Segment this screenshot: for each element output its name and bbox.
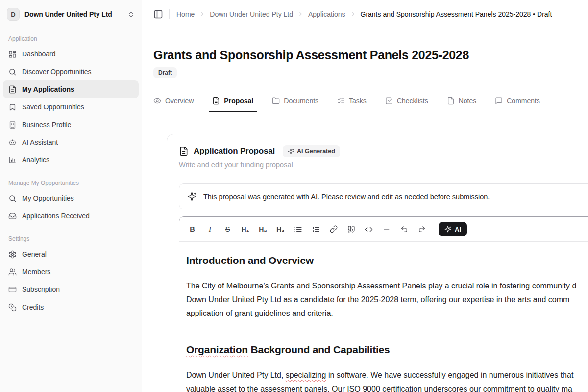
sidebar-item-label: Discover Opportunities	[22, 68, 92, 76]
sidebar-item-general[interactable]: General	[3, 245, 139, 263]
sidebar-item-label: General	[22, 250, 47, 258]
coins-icon	[8, 303, 17, 312]
doc-text-line: valuable asset to the assessment panels.…	[186, 382, 588, 392]
sidebar-item-my-opportunities[interactable]: My Opportunities	[3, 189, 139, 207]
sparkles-icon	[288, 148, 294, 155]
tab-notes[interactable]: Notes	[447, 97, 477, 112]
card-subtitle: Write and edit your funding proposal	[179, 161, 588, 169]
tab-comments[interactable]: Comments	[495, 97, 540, 112]
ordered-list-button[interactable]	[309, 222, 323, 236]
sidebar: D Down Under United Pty Ltd Application …	[0, 0, 142, 392]
tab-label: Checklists	[397, 97, 428, 105]
doc-heading-introduction: Introduction and Overview	[186, 255, 588, 266]
editor-content[interactable]: Introduction and Overview The City of Me…	[179, 242, 588, 392]
sidebar-toggle-icon[interactable]	[153, 9, 163, 19]
doc-heading-organization: Organization Background and Capabilities	[186, 344, 588, 356]
bullet-list-button[interactable]	[291, 222, 305, 236]
page-content: Grants and Sponsorship Assessment Panels…	[142, 48, 588, 392]
sidebar-item-my-applications[interactable]: My Applications	[3, 80, 139, 98]
doc-text-line: Down Under United Pty Ltd as a candidate…	[186, 293, 588, 307]
users-icon	[8, 268, 17, 276]
sidebar-section-application: Application	[0, 35, 142, 42]
file-icon	[447, 97, 455, 105]
link-button[interactable]	[326, 222, 341, 236]
sidebar-item-label: Applications Received	[22, 212, 90, 220]
doc-text-line: The City of Melbourne's Grants and Spons…	[186, 279, 588, 293]
tab-label: Overview	[165, 97, 194, 105]
heading2-button[interactable]: H₂	[256, 222, 270, 236]
page-title: Grants and Sponsorship Assessment Panels…	[153, 48, 588, 62]
tab-label: Comments	[507, 97, 540, 105]
workspace-switcher[interactable]: D Down Under United Pty Ltd	[0, 0, 142, 25]
sidebar-item-label: Subscription	[22, 286, 60, 293]
sidebar-item-label: AI Assistant	[22, 138, 58, 146]
workspace-avatar: D	[7, 8, 20, 21]
bold-button[interactable]: B	[185, 222, 199, 236]
sidebar-item-subscription[interactable]: Subscription	[3, 281, 139, 298]
chevrons-up-down-icon	[127, 11, 135, 18]
sidebar-section-settings: Settings	[0, 235, 142, 242]
bookmark-icon	[8, 103, 17, 111]
redo-button[interactable]	[415, 222, 429, 236]
tab-proposal[interactable]: Proposal	[212, 97, 253, 112]
code-button[interactable]	[362, 222, 376, 236]
message-square-icon	[495, 97, 503, 105]
doc-text-segment: Down Under United Pty Ltd,	[186, 371, 286, 379]
sidebar-item-credits[interactable]: Credits	[3, 298, 139, 316]
horizontal-rule-button[interactable]	[379, 222, 393, 236]
tab-bar: Overview Proposal Documents Tasks Checkl…	[153, 85, 588, 112]
file-text-icon	[8, 85, 17, 94]
sidebar-item-dashboard[interactable]: Dashboard	[3, 45, 139, 63]
sparkles-icon	[187, 192, 196, 201]
sidebar-item-analytics[interactable]: Analytics	[3, 151, 139, 169]
tab-label: Proposal	[224, 97, 253, 105]
sidebar-item-label: My Applications	[22, 85, 74, 93]
breadcrumb-applications[interactable]: Applications	[308, 10, 345, 18]
strikethrough-button[interactable]: S	[220, 222, 235, 236]
tab-overview[interactable]: Overview	[153, 97, 194, 112]
breadcrumb: Home Down Under United Pty Ltd Applicati…	[176, 10, 552, 18]
breadcrumb-home[interactable]: Home	[176, 10, 195, 18]
doc-paragraph: Down Under United Pty Ltd, specializing …	[186, 368, 588, 392]
credit-card-icon	[8, 286, 17, 294]
sidebar-item-label: Business Profile	[22, 121, 71, 129]
inbox-icon	[8, 212, 17, 220]
sidebar-item-members[interactable]: Members	[3, 263, 139, 281]
sidebar-item-saved-opportunities[interactable]: Saved Opportunities	[3, 98, 139, 116]
tab-checklists[interactable]: Checklists	[385, 97, 428, 112]
tab-documents[interactable]: Documents	[272, 97, 318, 112]
ai-badge-label: AI Generated	[297, 148, 335, 155]
gear-icon	[8, 250, 17, 259]
sidebar-item-label: My Opportunities	[22, 194, 74, 202]
sidebar-item-ai-assistant[interactable]: AI Assistant	[3, 133, 139, 151]
ai-assistant-button[interactable]: AI	[439, 222, 467, 236]
card-title: Application Proposal	[194, 146, 275, 156]
blockquote-button[interactable]	[344, 222, 358, 236]
chevron-right-icon	[350, 11, 356, 17]
heading3-button[interactable]: H₃	[273, 222, 288, 236]
tab-tasks[interactable]: Tasks	[337, 97, 367, 112]
italic-button[interactable]: I	[203, 222, 217, 236]
search-icon	[8, 194, 17, 203]
breadcrumb-current: Grants and Sponsorship Assessment Panels…	[361, 10, 552, 18]
chevron-right-icon	[199, 11, 205, 17]
misspelled-word: specializing	[286, 371, 326, 379]
sidebar-item-applications-received[interactable]: Applications Received	[3, 207, 139, 225]
folder-icon	[272, 97, 280, 105]
tab-label: Notes	[459, 97, 477, 105]
breadcrumb-org[interactable]: Down Under United Pty Ltd	[210, 10, 293, 18]
sidebar-item-label: Saved Opportunities	[22, 103, 84, 111]
undo-button[interactable]	[397, 222, 411, 236]
status-badge: Draft	[153, 67, 177, 78]
topbar-divider	[169, 9, 170, 19]
list-checks-icon	[337, 97, 345, 105]
sidebar-item-business-profile[interactable]: Business Profile	[3, 116, 139, 133]
doc-text-segment: in software. We have successfully engage…	[326, 371, 573, 379]
sidebar-item-label: Analytics	[22, 156, 49, 164]
main-area: Home Down Under United Pty Ltd Applicati…	[142, 0, 588, 392]
sidebar-item-discover-opportunities[interactable]: Discover Opportunities	[3, 63, 139, 80]
file-text-icon	[212, 97, 220, 105]
bot-icon	[8, 138, 17, 147]
heading1-button[interactable]: H₁	[238, 222, 252, 236]
sidebar-section-manage: Manage My Oppportunities	[0, 180, 142, 186]
